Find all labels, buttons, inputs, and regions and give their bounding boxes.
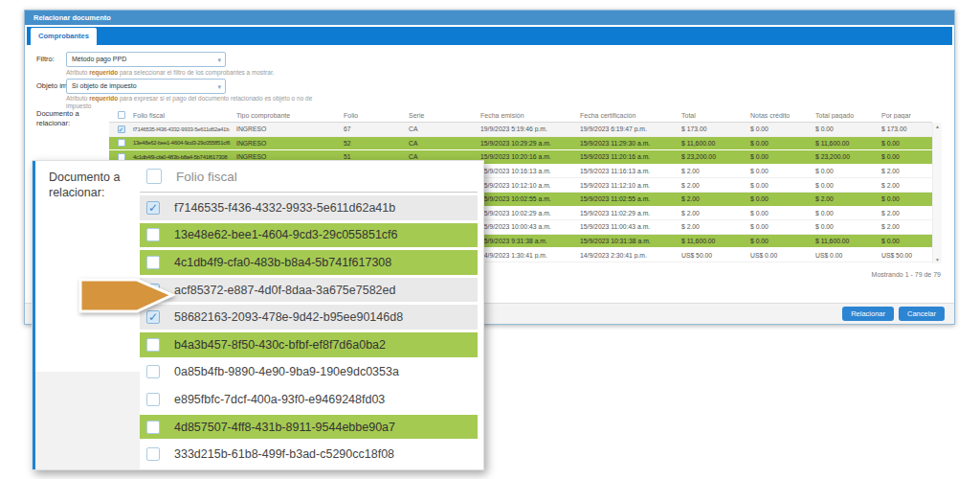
- documento-a-relacionar-label: Documento a relacionar:: [36, 109, 103, 128]
- column-header[interactable]: Tipo comprobante: [234, 112, 341, 119]
- popup-list-header: Folio fiscal: [140, 161, 478, 193]
- table-cell-total_pagado: $ 11,600.00: [813, 140, 879, 147]
- objeto-impuesto-select[interactable]: Sí objeto de impuesto ▾: [66, 79, 226, 94]
- column-header[interactable]: Fecha certificación: [577, 112, 679, 119]
- table-cell-folio_fiscal: 13e48e62-bee1-4604-9cd3-29c055851cf6: [130, 140, 234, 146]
- column-header[interactable]: Serie: [406, 112, 478, 119]
- table-cell-fecha_certificacion: 15/9/2023 11:12:10 a.m.: [577, 182, 679, 189]
- table-row[interactable]: ✓f7146535-f436-4332-9933-5e611d62a41bING…: [109, 123, 932, 137]
- table-cell-fecha_certificacion: 15/9/2023 11:02:55 a.m.: [577, 195, 679, 202]
- folio-checkbox[interactable]: [146, 256, 160, 269]
- table-cell-por_pagar: $ 2.00: [879, 223, 932, 230]
- table-cell-fecha_emision: 15/9/2023 10:20:16 a.m.: [478, 153, 577, 160]
- popup-list-item[interactable]: ✓f7146535-f436-4332-9933-5e611d62a41b: [140, 195, 478, 220]
- table-cell-por_pagar: $ 0.00: [879, 238, 932, 244]
- row-checkbox[interactable]: [118, 139, 125, 147]
- callout-arrow-icon: [78, 273, 178, 319]
- popup-list-item[interactable]: 333d215b-61b8-499f-b3ad-c5290cc18f08: [140, 442, 478, 467]
- table-cell-notas_credito: US$ 0.00: [747, 252, 813, 259]
- popup-list-item[interactable]: 13e48e62-bee1-4604-9cd3-29c055851cf6: [140, 223, 478, 248]
- table-cell-tipo_comprobante: INGRESO: [234, 140, 341, 147]
- table-cell-total: US$ 50.00: [679, 252, 747, 259]
- folio-checkbox[interactable]: ✓: [146, 201, 160, 215]
- folio-checkbox[interactable]: [146, 228, 160, 241]
- table-cell-total: $ 23,200.00: [679, 153, 747, 160]
- table-cell-notas_credito: $ 0.00: [747, 125, 813, 132]
- table-cell-total: $ 173.00: [679, 125, 747, 132]
- folio-fiscal-value: acf85372-e887-4d0f-8daa-3a675e7582ed: [174, 284, 395, 297]
- table-cell-total_pagado: $ 11,600.00: [813, 238, 879, 244]
- column-header[interactable]: Notas crédito: [747, 112, 813, 119]
- popup-list-item[interactable]: b4a3b457-8f50-430c-bfbf-ef8f7d6a0ba2: [140, 332, 478, 357]
- table-cell-fecha_certificacion: 15/9/2023 10:31:38 a.m.: [577, 238, 679, 244]
- select-all-checkbox[interactable]: [118, 111, 125, 119]
- folio-fiscal-value: 4d857507-4ff8-431b-8911-9544ebbe90a7: [174, 421, 395, 434]
- table-cell-notas_credito: $ 0.00: [747, 168, 813, 174]
- table-cell-fecha_emision: 15/9/2023 10:16:13 a.m.: [478, 168, 577, 174]
- table-cell-notas_credito: $ 0.00: [747, 238, 813, 244]
- column-header[interactable]: Total pagado: [813, 112, 879, 119]
- table-cell-fecha_emision: 15/9/2023 10:02:29 a.m.: [478, 210, 577, 217]
- folio-fiscal-value: e895fbfc-7dcf-400a-93f0-e9469248fd03: [174, 393, 385, 406]
- filtro-select[interactable]: Método pago PPD ▾: [66, 52, 226, 67]
- filtro-selected-value: Método pago PPD: [72, 56, 126, 62]
- column-header[interactable]: Total: [679, 112, 747, 119]
- table-cell-fecha_certificacion: 15/9/2023 11:16:13 a.m.: [577, 168, 679, 174]
- table-cell-fecha_emision: 14/9/2023 1:30:41 p.m.: [478, 252, 577, 259]
- table-cell-total: $ 2.00: [679, 168, 747, 174]
- folio-fiscal-value: f7146535-f436-4332-9933-5e611d62a41b: [174, 201, 395, 215]
- column-header[interactable]: Folio: [341, 112, 406, 119]
- table-cell-fecha_certificacion: 15/9/2023 11:29:30 a.m.: [577, 140, 679, 147]
- table-cell-fecha_emision: 15/9/2023 10:12:10 a.m.: [478, 182, 577, 189]
- relacionar-button[interactable]: Relacionar: [842, 307, 894, 321]
- folio-fiscal-value: b4a3b457-8f50-430c-bfbf-ef8f7d6a0ba2: [174, 338, 386, 352]
- popup-list-item[interactable]: e895fbfc-7dcf-400a-93f0-e9469248fd03: [140, 387, 478, 412]
- cancelar-button[interactable]: Cancelar: [899, 307, 945, 321]
- tab-strip: Comprobantes: [27, 27, 952, 45]
- table-cell-fecha_certificacion: 15/9/2023 11:02:29 a.m.: [577, 210, 679, 217]
- table-cell-total: $ 2.00: [679, 182, 747, 189]
- table-cell-serie: CA: [406, 125, 478, 132]
- objeto-selected-value: Sí objeto de impuesto: [72, 82, 137, 89]
- table-cell-total_pagado: $ 0.00: [813, 210, 879, 217]
- table-cell-total_pagado: $ 0.00: [813, 223, 879, 230]
- column-header[interactable]: Fecha emisión: [478, 112, 577, 119]
- table-cell-por_pagar: $ 173.00: [879, 125, 932, 132]
- table-cell-fecha_emision: 15/9/2023 10:29:29 a.m.: [478, 140, 577, 147]
- table-cell-total: $ 2.00: [679, 223, 747, 230]
- dialog-title: Relacionar documento: [25, 11, 954, 25]
- folio-checkbox[interactable]: [146, 365, 160, 378]
- tab-comprobantes[interactable]: Comprobantes: [31, 28, 97, 45]
- filtro-label: Filtro:: [36, 55, 55, 63]
- scroll-up-icon[interactable]: ▲: [933, 124, 942, 129]
- popup-gray-area: [35, 372, 141, 469]
- table-cell-por_pagar: $ 0.00: [879, 140, 932, 147]
- folio-checkbox[interactable]: [146, 447, 160, 461]
- popup-header-label: Folio fiscal: [176, 170, 237, 184]
- folio-checkbox[interactable]: [146, 338, 160, 352]
- folio-checkbox[interactable]: [146, 393, 160, 406]
- popup-list-item[interactable]: 0a85b4fb-9890-4e90-9ba9-190e9dc0353a: [140, 360, 478, 385]
- table-cell-por_pagar: $ 2.00: [879, 182, 932, 189]
- paging-status: Mostrando 1 - 79 de 79: [872, 271, 941, 278]
- select-all-checkbox[interactable]: [146, 169, 162, 184]
- table-cell-fecha_certificacion: 19/9/2023 6:19:47 p.m.: [577, 125, 679, 132]
- row-checkbox[interactable]: ✓: [118, 125, 125, 133]
- table-cell-tipo_comprobante: INGRESO: [234, 125, 341, 132]
- table-cell-total_pagado: $ 23,200.00: [813, 153, 879, 160]
- folio-checkbox[interactable]: [146, 421, 160, 434]
- table-header-row: Folio fiscalTipo comprobanteFolioSerieFe…: [109, 108, 932, 123]
- table-scrollbar[interactable]: ▲ ▼: [932, 123, 942, 263]
- popup-list-item[interactable]: ✓58682163-2093-478e-9d42-b95ee90146d8: [140, 305, 478, 330]
- filtro-help-text: Atributo requerido para seleccionar el f…: [66, 69, 313, 77]
- scroll-down-icon[interactable]: ▼: [933, 257, 942, 262]
- popup-list-item[interactable]: ✓acf85372-e887-4d0f-8daa-3a675e7582ed: [140, 278, 478, 303]
- popup-list-item[interactable]: 4c1db4f9-cfa0-483b-b8a4-5b741f617308: [140, 250, 478, 275]
- table-cell-total: $ 2.00: [679, 195, 747, 202]
- chevron-down-icon: ▾: [217, 80, 221, 94]
- popup-list-item[interactable]: 4d857507-4ff8-431b-8911-9544ebbe90a7: [140, 415, 478, 440]
- column-header[interactable]: Por pagar: [879, 112, 932, 119]
- table-cell-folio_fiscal: f7146535-f436-4332-9933-5e611d62a41b: [130, 126, 234, 132]
- column-header[interactable]: Folio fiscal: [130, 112, 234, 119]
- table-row[interactable]: 13e48e62-bee1-4604-9cd3-29c055851cf6INGR…: [109, 137, 932, 151]
